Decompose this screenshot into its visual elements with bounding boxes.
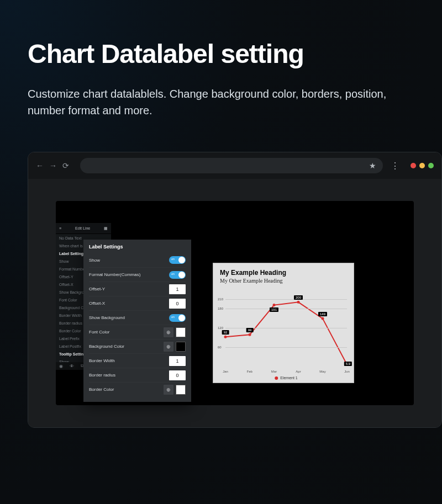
panel-header: Edit Line bbox=[75, 226, 90, 230]
x-tick-label: Jan bbox=[223, 370, 228, 373]
gridline bbox=[225, 309, 347, 309]
menu-icon[interactable]: ⋮ bbox=[388, 161, 402, 171]
chart-legend: Element 1 bbox=[275, 376, 298, 380]
layers-icon[interactable]: ◉ bbox=[59, 364, 63, 369]
chart-plot-area: Element 1 60120180210JanFebMarAprMayJun9… bbox=[225, 289, 347, 367]
globe-icon[interactable]: ⊕ bbox=[164, 385, 173, 395]
hamburger-icon[interactable]: ≡ bbox=[59, 226, 61, 230]
svg-point-1 bbox=[249, 333, 251, 336]
browser-toolbar: ← → ⟳ ★ ⋮ bbox=[28, 152, 441, 179]
svg-point-0 bbox=[224, 336, 227, 338]
number-input[interactable]: 1 bbox=[169, 356, 186, 366]
url-bar[interactable]: ★ bbox=[80, 158, 383, 173]
legend-color-icon bbox=[275, 376, 278, 380]
datalabel: 92 bbox=[222, 330, 229, 335]
setting-label: Offset-X bbox=[89, 301, 105, 306]
setting-label: Format Number(Commas) bbox=[89, 272, 140, 277]
browser-viewport: ≡ Edit Line ▦ No Data TextWhen chart is … bbox=[28, 179, 441, 427]
setting-label: Background Color bbox=[89, 344, 124, 349]
x-tick-label: Mar bbox=[271, 370, 277, 373]
setting-label: Offset-Y bbox=[89, 287, 105, 291]
toggle-switch[interactable] bbox=[169, 314, 186, 322]
reload-icon[interactable]: ⟳ bbox=[62, 161, 69, 170]
datalabel: 191 bbox=[270, 307, 278, 312]
y-tick-label: 120 bbox=[218, 326, 223, 330]
browser-frame: ← → ⟳ ★ ⋮ ≡ Edit Li bbox=[28, 152, 442, 428]
setting-label: Border radius bbox=[89, 373, 115, 378]
datalabel: 99 bbox=[246, 328, 254, 332]
svg-point-3 bbox=[297, 301, 300, 304]
setting-label: Border Color bbox=[89, 387, 114, 392]
svg-point-2 bbox=[273, 304, 276, 306]
close-icon[interactable] bbox=[411, 163, 416, 168]
number-input[interactable]: 0 bbox=[169, 370, 186, 380]
setting-label: Font Color bbox=[89, 330, 109, 335]
globe-icon[interactable]: ⊕ bbox=[164, 327, 173, 337]
y-tick-label: 210 bbox=[218, 298, 223, 301]
datalabel: 5.9 bbox=[344, 362, 352, 366]
setting-row: Format Number(Commas) bbox=[89, 267, 186, 282]
number-input[interactable]: 0 bbox=[169, 299, 186, 309]
x-tick-label: Apr bbox=[296, 370, 301, 373]
chart-preview: My Example Heading My Other Example Head… bbox=[213, 263, 354, 383]
maximize-icon[interactable] bbox=[428, 163, 434, 168]
setting-row: Background Color⊕ bbox=[89, 339, 186, 353]
setting-row: Show Background bbox=[89, 310, 186, 325]
label-settings-panel: Label Settings ShowFormat Number(Commas)… bbox=[83, 240, 191, 402]
bookmark-icon[interactable]: ★ bbox=[369, 161, 376, 170]
legend-label: Element 1 bbox=[280, 376, 298, 380]
panel-title: Label Settings bbox=[89, 244, 186, 250]
toggle-switch[interactable] bbox=[169, 271, 186, 279]
page-subtitle: Customize chart datalablels. Change back… bbox=[28, 86, 392, 119]
datalabel: 200 bbox=[294, 295, 303, 300]
forward-icon[interactable]: → bbox=[49, 161, 57, 170]
globe-icon[interactable]: ⊕ bbox=[164, 342, 173, 352]
gridline bbox=[225, 347, 347, 348]
eye-icon[interactable]: 👁 bbox=[70, 364, 74, 369]
setting-row: Show bbox=[89, 253, 186, 267]
traffic-lights bbox=[411, 163, 434, 168]
gridline bbox=[225, 328, 347, 328]
back-icon[interactable]: ← bbox=[36, 161, 44, 170]
x-tick-label: Feb bbox=[247, 370, 252, 373]
chart-heading: My Example Heading bbox=[220, 269, 347, 277]
y-tick-label: 180 bbox=[218, 307, 223, 310]
chart-subheading: My Other Example Heading bbox=[220, 278, 347, 284]
setting-row: Offset-Y1 bbox=[89, 282, 186, 296]
setting-row: Border radius0 bbox=[89, 368, 186, 382]
setting-row: Border Width1 bbox=[89, 353, 186, 368]
svg-point-4 bbox=[322, 317, 324, 320]
x-tick-label: Jun bbox=[344, 370, 350, 373]
x-tick-label: May bbox=[319, 370, 325, 373]
grid-icon[interactable]: ▦ bbox=[104, 226, 108, 231]
minimize-icon[interactable] bbox=[419, 163, 425, 168]
setting-label: Show bbox=[89, 258, 100, 263]
editor-canvas: ≡ Edit Line ▦ No Data TextWhen chart is … bbox=[56, 201, 414, 405]
setting-label: Border Width bbox=[89, 358, 115, 363]
setting-row: Offset-X0 bbox=[89, 296, 186, 310]
setting-row: Font Color⊕ bbox=[89, 325, 186, 339]
color-swatch[interactable] bbox=[176, 327, 186, 337]
y-tick-label: 60 bbox=[218, 346, 222, 349]
number-input[interactable]: 1 bbox=[169, 284, 186, 294]
setting-label: Show Background bbox=[89, 315, 125, 320]
color-swatch[interactable] bbox=[176, 385, 186, 395]
page-title: Chart Datalabel setting bbox=[28, 39, 414, 69]
setting-row: Border Color⊕ bbox=[89, 382, 186, 396]
color-swatch[interactable] bbox=[176, 342, 186, 352]
datalabel: 149 bbox=[318, 312, 327, 316]
gridline bbox=[225, 299, 347, 300]
toggle-switch[interactable] bbox=[169, 256, 186, 264]
